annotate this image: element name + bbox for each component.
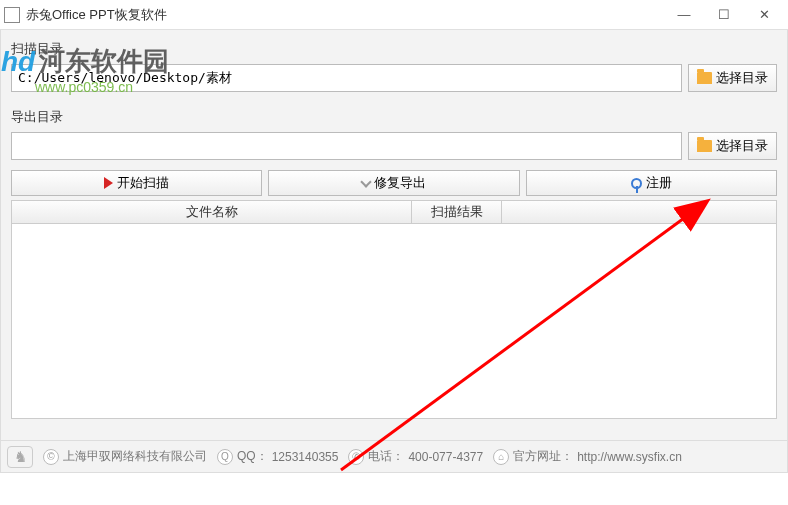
window-title: 赤兔Office PPT恢复软件 xyxy=(26,6,664,24)
phone-value: 400-077-4377 xyxy=(408,450,483,464)
col-scanresult[interactable]: 扫描结果 xyxy=(412,201,502,223)
phone-label: 电话： xyxy=(368,448,404,465)
app-icon xyxy=(4,7,20,23)
repair-export-button[interactable]: 修复导出 xyxy=(268,170,519,196)
repair-export-label: 修复导出 xyxy=(374,174,426,192)
maximize-button[interactable]: ☐ xyxy=(704,1,744,29)
qq-icon: Q xyxy=(217,449,233,465)
export-path-input[interactable] xyxy=(11,132,682,160)
scan-path-input[interactable] xyxy=(11,64,682,92)
start-scan-label: 开始扫描 xyxy=(117,174,169,192)
site-value: http://www.sysfix.cn xyxy=(577,450,682,464)
folder-icon xyxy=(697,140,712,152)
table-header: 文件名称 扫描结果 xyxy=(11,200,777,224)
site-label: 官方网址： xyxy=(513,448,573,465)
folder-icon xyxy=(697,72,712,84)
scan-dir-label: 扫描目录 xyxy=(1,30,787,64)
titlebar: 赤兔Office PPT恢复软件 — ☐ ✕ xyxy=(0,0,788,30)
scan-browse-button[interactable]: 选择目录 xyxy=(688,64,777,92)
export-browse-label: 选择目录 xyxy=(716,137,768,155)
phone-icon: ✆ xyxy=(348,449,364,465)
main-content: hd 河东软件园 www.pc0359.cn 扫描目录 选择目录 导出目录 选择… xyxy=(0,30,788,473)
export-browse-button[interactable]: 选择目录 xyxy=(688,132,777,160)
qq-label: QQ： xyxy=(237,448,268,465)
start-scan-button[interactable]: 开始扫描 xyxy=(11,170,262,196)
company-icon: © xyxy=(43,449,59,465)
col-filename[interactable]: 文件名称 xyxy=(12,201,412,223)
table-body xyxy=(11,224,777,419)
export-dir-label: 导出目录 xyxy=(1,98,787,132)
play-icon xyxy=(104,177,113,189)
window-controls: — ☐ ✕ xyxy=(664,1,784,29)
globe-icon: ⌂ xyxy=(493,449,509,465)
register-button[interactable]: 注册 xyxy=(526,170,777,196)
key-icon xyxy=(631,178,642,189)
company-name: 上海甲驭网络科技有限公司 xyxy=(63,448,207,465)
qq-value: 1253140355 xyxy=(272,450,339,464)
register-label: 注册 xyxy=(646,174,672,192)
close-button[interactable]: ✕ xyxy=(744,1,784,29)
statusbar: ♞ © 上海甲驭网络科技有限公司 Q QQ： 1253140355 ✆ 电话： … xyxy=(1,440,787,472)
minimize-button[interactable]: — xyxy=(664,1,704,29)
horse-icon: ♞ xyxy=(7,446,33,468)
scan-browse-label: 选择目录 xyxy=(716,69,768,87)
download-icon xyxy=(360,176,371,187)
col-spacer xyxy=(502,201,582,223)
